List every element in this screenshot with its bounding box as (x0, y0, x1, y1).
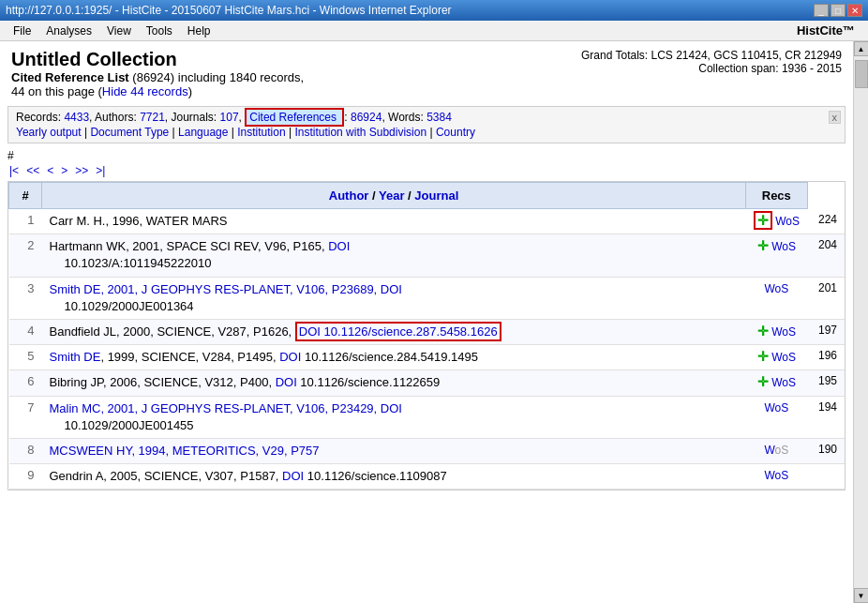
doi-link[interactable]: DOI (328, 239, 350, 253)
records-link[interactable]: 4433 (64, 111, 89, 124)
menu-file[interactable]: File (6, 23, 38, 39)
author-link[interactable]: Malin MC, 2001, J GEOPHYS RES-PLANET, V1… (50, 401, 378, 415)
scroll-track[interactable] (854, 56, 868, 588)
table-row: 2 Hartmann WK, 2001, SPACE SCI REV, V96,… (9, 234, 846, 277)
table-row: 4 Bandfield JL, 2000, SCIENCE, V287, P16… (9, 319, 846, 344)
subtitle-part2: including 1840 records, (178, 70, 304, 84)
authors-link[interactable]: 7721 (140, 111, 165, 124)
wos-link[interactable]: WoS (764, 469, 788, 482)
plus-icon[interactable]: ✛ (757, 238, 769, 253)
year-sort-link[interactable]: Year (379, 188, 404, 203)
page-next-next[interactable]: >> (73, 164, 90, 177)
doi-link[interactable]: DOI (282, 469, 304, 483)
cited-refs-highlight[interactable]: Cited References (245, 108, 344, 127)
histcite-brand: HistCite™ (797, 23, 862, 38)
row-num: 1 (9, 209, 42, 234)
col-author-year-journal: Author / Year / Journal (42, 183, 746, 209)
doi-link[interactable]: DOI (276, 375, 297, 389)
wos-link[interactable]: W (764, 444, 774, 457)
page-prev-prev[interactable]: << (24, 164, 41, 177)
doi-link[interactable]: DOI (299, 324, 321, 339)
table-row: 1 Carr M. H., 1996, WATER MARS ✛ WoS 224 (9, 209, 846, 234)
row-wos: ✛ WoS (746, 345, 807, 370)
words-link[interactable]: 5384 (427, 111, 452, 124)
scroll-down-button[interactable]: ▼ (854, 588, 869, 603)
page-next[interactable]: > (59, 164, 69, 177)
row-content: MCSWEEN HY, 1994, METEORITICS, V29, P757 (42, 438, 746, 463)
document-type-link[interactable]: Document Type (90, 126, 169, 139)
wos-link[interactable]: WoS (764, 282, 788, 295)
menu-analyses[interactable]: Analyses (38, 23, 99, 39)
hide-records-link[interactable]: Hide 44 records (102, 84, 188, 98)
menu-tools[interactable]: Tools (139, 23, 180, 39)
menu-items: File Analyses View Tools Help (6, 23, 218, 39)
author-link[interactable]: Smith DE (50, 350, 101, 364)
menu-help[interactable]: Help (180, 23, 218, 39)
stats-bar: Records: 4433, Authors: 7721, Journals: … (7, 106, 846, 143)
wos-link[interactable]: WoS (775, 215, 800, 228)
subtitle-line2: 44 on this page (Hide 44 records) (11, 84, 304, 98)
doi-link[interactable]: DOI (381, 282, 402, 296)
hash-symbol: # (7, 149, 846, 162)
row-num: 8 (9, 438, 42, 463)
yearly-output-link[interactable]: Yearly output (16, 126, 82, 139)
grand-totals: Grand Totals: LCS 21424, GCS 110415, CR … (581, 49, 842, 62)
cited-refs-count[interactable]: 86924 (351, 111, 382, 124)
subtitle: Cited Reference List (86924) including 1… (11, 70, 304, 84)
doi-link[interactable]: DOI (381, 401, 402, 415)
row-wos: ✛ WoS (746, 234, 807, 277)
page-last[interactable]: >| (94, 164, 107, 177)
wos-link[interactable]: WoS (764, 401, 788, 415)
plus-icon[interactable]: ✛ (757, 349, 769, 364)
row-content: Smith DE, 2001, J GEOPHYS RES-PLANET, V1… (42, 277, 746, 319)
journals-link[interactable]: 107 (220, 111, 239, 124)
close-button[interactable]: ✕ (847, 4, 862, 17)
words-label: Words: (388, 111, 424, 124)
row-content: Smith DE, 1999, SCIENCE, V284, P1495, DO… (42, 345, 746, 370)
journal-sort-link[interactable]: Journal (414, 188, 458, 203)
wos-link[interactable]: WoS (771, 240, 796, 253)
table-row: 6 Bibring JP, 2006, SCIENCE, V312, P400,… (9, 370, 846, 396)
maximize-button[interactable]: □ (831, 4, 846, 17)
wos-link[interactable]: WoS (771, 325, 796, 339)
row-recs: 194 (807, 396, 845, 438)
plus-icon[interactable]: ✛ (757, 324, 769, 339)
author-link[interactable]: Smith DE, 2001, J GEOPHYS RES-PLANET, V1… (50, 282, 378, 296)
doi-value: 10.1029/2000JE001455 (50, 418, 194, 432)
records-table: # Author / Year / Journal Recs (8, 182, 845, 490)
wos-link[interactable]: WoS (771, 351, 796, 364)
close-stats-button[interactable]: x (829, 111, 842, 124)
author-link[interactable]: MCSWEEN HY, 1994, METEORITICS, V29, P757 (50, 444, 320, 458)
country-link[interactable]: Country (436, 126, 475, 139)
doi-value: 10.1023/A:1011945222010 (50, 256, 212, 270)
institution-link[interactable]: Institution (237, 126, 285, 139)
scroll-up-button[interactable]: ▲ (854, 41, 869, 56)
plus-icon-highlight[interactable]: ✛ (754, 211, 772, 230)
table-row: 3 Smith DE, 2001, J GEOPHYS RES-PLANET, … (9, 277, 846, 319)
page-first[interactable]: |< (7, 164, 21, 177)
scrollbar[interactable]: ▲ ▼ (853, 41, 868, 603)
scroll-thumb[interactable] (855, 60, 868, 88)
language-link[interactable]: Language (178, 126, 228, 139)
table-container: # Author / Year / Journal Recs (7, 181, 846, 490)
menu-view[interactable]: View (99, 23, 139, 39)
minimize-button[interactable]: _ (814, 4, 829, 17)
row-content: Carr M. H., 1996, WATER MARS (42, 209, 746, 234)
doi-link[interactable]: DOI (279, 350, 301, 364)
row-content: Hartmann WK, 2001, SPACE SCI REV, V96, P… (42, 234, 746, 277)
wos-partial: oS (775, 444, 789, 457)
plus-icon[interactable]: ✛ (757, 374, 769, 389)
menu-bar: File Analyses View Tools Help HistCite™ (0, 21, 868, 41)
authors-label: Authors: (95, 111, 137, 124)
doi-highlight: DOI 10.1126/science.287.5458.1626 (295, 322, 501, 341)
main-layout: Untitled Collection Cited Reference List… (0, 41, 868, 603)
window-controls[interactable]: _ □ ✕ (814, 4, 862, 17)
author-sort-link[interactable]: Author (329, 188, 369, 203)
cited-refs-link[interactable]: Cited References (249, 111, 337, 124)
records-label: Records: (16, 111, 61, 124)
wos-link[interactable]: WoS (771, 376, 796, 389)
header-left: Untitled Collection Cited Reference List… (11, 49, 304, 98)
journals-label: Journals: (172, 111, 217, 124)
page-prev[interactable]: < (45, 164, 55, 177)
institution-subdivision-link[interactable]: Institution with Subdivision (294, 126, 427, 139)
